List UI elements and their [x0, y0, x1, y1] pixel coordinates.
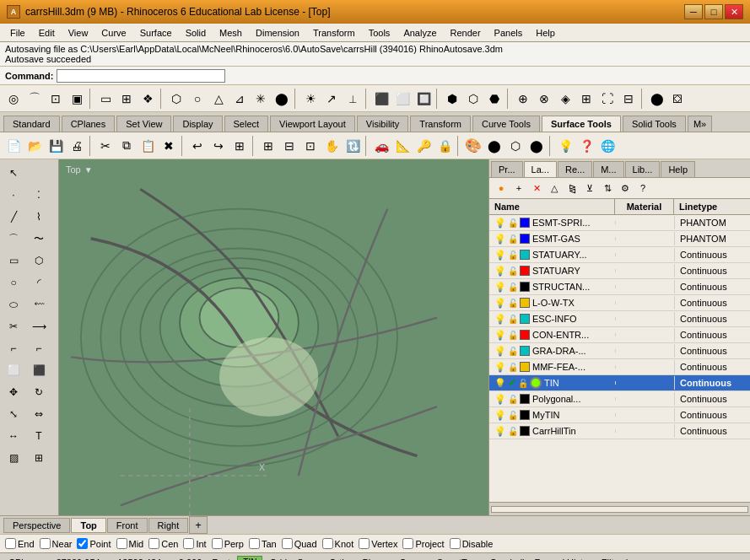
tb2-btn4[interactable]: 🖨	[67, 136, 87, 156]
layer-visibility-icon[interactable]: 💡	[494, 394, 506, 405]
freehand-tool[interactable]: 〜	[27, 229, 51, 249]
move-tool[interactable]: ✥	[2, 382, 25, 402]
solid-tool[interactable]: ⬛	[27, 360, 51, 380]
osnap-checkbox-cen[interactable]	[148, 538, 159, 549]
vp-tab-right[interactable]: Right	[148, 518, 189, 533]
panel-tab-2[interactable]: Re...	[558, 161, 592, 177]
panel-help-btn[interactable]: ?	[634, 180, 651, 197]
layer-lock-icon[interactable]: 🔓	[508, 283, 518, 292]
layer-row[interactable]: 💡🔓ESMT-SPRI...PHANTOM	[489, 215, 750, 231]
tb-btn28[interactable]: ⊟	[618, 89, 639, 109]
minimize-button[interactable]: ─	[684, 4, 703, 19]
tb-btn20[interactable]: ⬢	[442, 89, 462, 109]
layer-color-swatch[interactable]	[520, 362, 530, 372]
surface-tool[interactable]: ⬜	[2, 360, 25, 380]
layer-color-swatch[interactable]	[520, 426, 530, 436]
menu-item-help[interactable]: Help	[529, 26, 562, 40]
layer-color-swatch[interactable]	[520, 218, 530, 228]
vp-tab-add-button[interactable]: +	[189, 516, 208, 534]
tb2-btn9[interactable]: 🔒	[434, 136, 455, 156]
layer-row[interactable]: 💡✓🔓TINContinuous	[489, 375, 750, 391]
osnap-checkbox-mid[interactable]	[116, 538, 127, 549]
panel-down-btn[interactable]: ⧎	[564, 180, 580, 197]
layer-row[interactable]: 💡🔓Polygonal...Continuous	[489, 391, 750, 407]
rect-tool[interactable]: ▭	[2, 250, 25, 271]
text-tool[interactable]: T	[27, 426, 51, 446]
tb-btn21[interactable]: ⬡	[463, 89, 483, 109]
layer-lock-icon[interactable]: 🔓	[508, 234, 518, 244]
osnap-checkbox-perp[interactable]	[212, 538, 223, 549]
layer-color-swatch[interactable]	[530, 377, 542, 389]
tb-btn27[interactable]: ⛶	[597, 89, 618, 109]
panel-up-btn[interactable]: △	[546, 180, 563, 197]
tb-btn26[interactable]: ⊞	[576, 89, 596, 109]
viewport-dropdown-arrow[interactable]: ▼	[84, 165, 93, 175]
circle-tool[interactable]: ○	[2, 272, 25, 293]
tb-btn25[interactable]: ◈	[555, 89, 575, 109]
layer-visibility-icon[interactable]: 💡	[494, 330, 506, 341]
panel-tab-4[interactable]: Lib...	[625, 161, 661, 177]
tb2-copy[interactable]: ⧉	[116, 136, 137, 156]
layer-color-swatch[interactable]	[520, 266, 530, 276]
curve-tool[interactable]: ⌒	[2, 229, 25, 249]
layer-lock-icon[interactable]: 🔓	[508, 347, 518, 356]
layer-color-swatch[interactable]	[520, 298, 530, 308]
layer-row[interactable]: 💡🔓GRA-DRA-...Continuous	[489, 343, 750, 359]
tb2-render[interactable]: ⬤	[484, 136, 504, 156]
scroll-track-h[interactable]	[491, 506, 748, 513]
rotate-tool[interactable]: ↻	[27, 382, 51, 402]
scale-tool[interactable]: ⤡	[2, 404, 25, 424]
hatch-tool[interactable]: ▨	[2, 448, 25, 468]
layer-row[interactable]: 💡🔓L-O-W-TXContinuous	[489, 295, 750, 311]
layer-row[interactable]: 💡🔓MyTINContinuous	[489, 407, 750, 423]
layer-visibility-icon[interactable]: 💡	[494, 314, 506, 325]
point-tool[interactable]: ·	[2, 185, 25, 205]
layer-color-swatch[interactable]	[520, 410, 530, 420]
panel-filter-btn[interactable]: ⊻	[581, 180, 598, 197]
layer-lock-icon[interactable]: 🔓	[508, 267, 518, 276]
layer-visibility-icon[interactable]: 💡	[494, 362, 506, 373]
line-tool[interactable]: ╱	[2, 207, 25, 227]
layer-lock-icon[interactable]: 🔓	[508, 218, 518, 228]
tb2-zoom-sel[interactable]: ⊟	[279, 136, 299, 156]
tb2-paste[interactable]: 📋	[138, 136, 158, 156]
multipoint-tool[interactable]: ⁚	[27, 185, 51, 205]
menu-item-surface[interactable]: Surface	[133, 26, 179, 40]
layer-lock-icon[interactable]: 🔓	[508, 427, 518, 436]
menu-item-analyze[interactable]: Analyze	[397, 26, 443, 40]
layer-color-swatch[interactable]	[520, 282, 530, 292]
menu-item-tools[interactable]: Tools	[362, 26, 397, 40]
osnap-checkbox-int[interactable]	[183, 538, 194, 549]
tb-btn17[interactable]: ⬛	[371, 89, 391, 109]
tb-btn8[interactable]: ⬡	[166, 89, 186, 109]
select-tool[interactable]: ↖	[2, 163, 25, 183]
layer-visibility-icon[interactable]: 💡	[494, 346, 506, 357]
panel-tab-3[interactable]: M...	[593, 161, 623, 177]
arc-tool[interactable]: ◜	[27, 272, 51, 293]
status-ortho[interactable]: Ortho	[326, 557, 356, 561]
layer-lock-icon[interactable]: 🔓	[508, 395, 518, 404]
panel-color-btn[interactable]: ●	[493, 180, 510, 197]
tb2-btn2[interactable]: 📂	[24, 136, 45, 156]
vp-tab-perspective[interactable]: Perspective	[3, 518, 70, 533]
layer-lock-icon[interactable]: 🔓	[508, 299, 518, 308]
osnap-checkbox-knot[interactable]	[322, 538, 333, 549]
maximize-button[interactable]: □	[704, 4, 723, 19]
layer-visibility-icon[interactable]: 💡	[494, 266, 506, 277]
osnap-checkbox-end[interactable]	[5, 538, 16, 549]
layer-visibility-icon[interactable]: 💡	[494, 426, 506, 437]
layer-row[interactable]: 💡🔓CarrHillTinContinuous	[489, 423, 750, 439]
tb2-globe[interactable]: 🌐	[597, 136, 618, 156]
panel-sort-btn[interactable]: ⇅	[599, 180, 616, 197]
menu-item-render[interactable]: Render	[444, 26, 488, 40]
polyline-tool[interactable]: ⌇	[27, 207, 51, 227]
tab-more[interactable]: M»	[688, 116, 712, 132]
layer-lock-icon[interactable]: 🔓	[518, 379, 528, 388]
tb-btn16[interactable]: ⟂	[343, 89, 363, 109]
tab-viewport-layout[interactable]: Viewport Layout	[270, 116, 355, 132]
status-smarttrac[interactable]: SmartTrac	[434, 557, 483, 561]
block-tool[interactable]: ⊞	[27, 448, 51, 468]
layer-visibility-icon[interactable]: 💡	[494, 298, 506, 309]
layer-col-material[interactable]: Material	[615, 199, 674, 214]
layer-color-swatch[interactable]	[520, 394, 530, 404]
